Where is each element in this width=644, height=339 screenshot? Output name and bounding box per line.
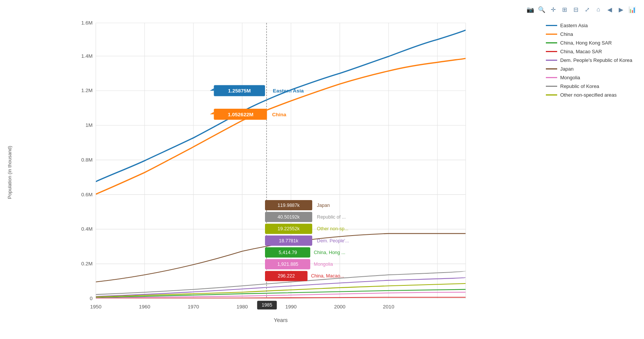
china-tooltip: 1.052622M China bbox=[210, 109, 287, 120]
svg-text:Republic of ...: Republic of ... bbox=[317, 214, 346, 220]
svg-marker-36 bbox=[210, 88, 214, 91]
legend-item-other: Other non-specified areas bbox=[546, 92, 636, 98]
mongolia-legend-line bbox=[546, 77, 557, 78]
eastern-asia-line bbox=[96, 30, 466, 182]
legend-item-macao: China, Macao SAR bbox=[546, 49, 636, 54]
svg-marker-40 bbox=[210, 112, 214, 114]
minus-box-icon[interactable]: ⊟ bbox=[572, 5, 580, 14]
svg-text:China, Macao...: China, Macao... bbox=[311, 273, 344, 279]
bar-chart-icon[interactable]: 📊 bbox=[628, 5, 636, 14]
home-icon[interactable]: ⌂ bbox=[594, 5, 602, 14]
japan-legend-label: Japan bbox=[560, 66, 573, 72]
other-legend-line bbox=[546, 94, 557, 96]
prev-icon[interactable]: ◀ bbox=[605, 5, 614, 14]
svg-text:1980: 1980 bbox=[236, 304, 248, 310]
svg-text:119.9887k: 119.9887k bbox=[277, 203, 300, 208]
japan-legend-line bbox=[546, 68, 557, 69]
legend: Eastern Asia China China, Hong Kong SAR … bbox=[542, 15, 640, 330]
svg-text:2000: 2000 bbox=[334, 304, 345, 310]
dprk-legend-line bbox=[546, 60, 557, 61]
svg-text:Dem. People'...: Dem. People'... bbox=[317, 238, 349, 243]
svg-text:1990: 1990 bbox=[285, 304, 297, 310]
svg-text:1,921.885: 1,921.885 bbox=[277, 262, 299, 267]
japan-tooltip: 119.9887k Japan bbox=[265, 200, 330, 210]
svg-text:5,414.79: 5,414.79 bbox=[279, 250, 297, 255]
rok-legend-label: Republic of Korea bbox=[560, 83, 599, 89]
hk-legend-label: China, Hong Kong SAR bbox=[560, 40, 612, 46]
zoom-icon[interactable]: 🔍 bbox=[538, 5, 546, 14]
y-axis-label: Population (in thousand) bbox=[4, 15, 15, 330]
svg-text:1.2M: 1.2M bbox=[81, 88, 92, 93]
svg-text:1960: 1960 bbox=[139, 304, 150, 310]
macao-tooltip: 296.222 China, Macao... bbox=[265, 271, 344, 281]
app-container: 📷 🔍 ✛ ⊞ ⊟ ⤢ ⌂ ◀ ▶ 📊 Population (in thous… bbox=[0, 0, 644, 339]
svg-text:296.222: 296.222 bbox=[278, 273, 295, 279]
svg-text:1M: 1M bbox=[86, 122, 93, 128]
svg-text:1950: 1950 bbox=[90, 304, 102, 310]
svg-text:China: China bbox=[272, 112, 287, 117]
mongolia-tooltip: 1,921.885 Mongolia bbox=[265, 259, 333, 269]
next-icon[interactable]: ▶ bbox=[617, 5, 625, 14]
svg-text:2010: 2010 bbox=[383, 304, 394, 310]
legend-item-japan: Japan bbox=[546, 66, 636, 72]
svg-text:Japan: Japan bbox=[317, 203, 330, 208]
chart-wrapper: Population (in thousand) bbox=[4, 15, 640, 330]
svg-text:18.7781k: 18.7781k bbox=[279, 238, 299, 243]
svg-text:Mongolia: Mongolia bbox=[314, 262, 333, 267]
china-legend-label: China bbox=[560, 31, 573, 37]
macao-legend-line bbox=[546, 51, 557, 52]
eastern-asia-legend-label: Eastern Asia bbox=[560, 23, 588, 28]
other-tooltip: 19.22552k Other non-sp... bbox=[265, 224, 348, 234]
chart-content: 0 0.2M 0.4M 0.6M 0.8M 1M 1.2M 1.4M 1.6M … bbox=[15, 15, 542, 330]
svg-text:0.6M: 0.6M bbox=[81, 192, 92, 197]
crosshair-icon[interactable]: ✛ bbox=[549, 5, 557, 14]
china-line bbox=[96, 59, 466, 194]
svg-text:1.052622M: 1.052622M bbox=[228, 112, 253, 117]
other-legend-label: Other non-specified areas bbox=[560, 92, 617, 98]
legend-item-mongolia: Mongolia bbox=[546, 75, 636, 80]
mongolia-legend-label: Mongolia bbox=[560, 75, 580, 80]
svg-text:Other non-sp...: Other non-sp... bbox=[317, 226, 348, 231]
svg-text:0.2M: 0.2M bbox=[81, 261, 92, 267]
china-legend-line bbox=[546, 34, 557, 35]
svg-text:1.25875M: 1.25875M bbox=[228, 88, 251, 94]
dprk-legend-label: Dem. People's Republic of Korea bbox=[560, 57, 632, 63]
svg-text:40.50192k: 40.50192k bbox=[277, 214, 300, 220]
svg-text:Eastern Asia: Eastern Asia bbox=[273, 88, 304, 94]
chart-area: 📷 🔍 ✛ ⊞ ⊟ ⤢ ⌂ ◀ ▶ 📊 Population (in thous… bbox=[4, 4, 640, 335]
svg-text:0.4M: 0.4M bbox=[81, 226, 92, 232]
svg-text:1985: 1985 bbox=[262, 302, 272, 308]
svg-text:China, Hong ...: China, Hong ... bbox=[314, 250, 345, 255]
rok-tooltip: 40.50192k Republic of ... bbox=[265, 212, 346, 222]
legend-item-dprk: Dem. People's Republic of Korea bbox=[546, 57, 636, 63]
eastern-asia-tooltip: 1.25875M Eastern Asia bbox=[210, 85, 304, 96]
macao-legend-label: China, Macao SAR bbox=[560, 49, 602, 54]
eastern-asia-legend-line bbox=[546, 25, 557, 26]
fit-icon[interactable]: ⤢ bbox=[583, 5, 591, 14]
main-chart: 0 0.2M 0.4M 0.6M 0.8M 1M 1.2M 1.4M 1.6M … bbox=[15, 15, 542, 330]
svg-text:0: 0 bbox=[90, 296, 93, 301]
svg-text:1.6M: 1.6M bbox=[81, 20, 92, 26]
svg-text:0.8M: 0.8M bbox=[81, 157, 92, 163]
hk-legend-line bbox=[546, 42, 557, 43]
camera-icon[interactable]: 📷 bbox=[526, 5, 535, 14]
year-tooltip: 1985 bbox=[257, 301, 277, 310]
rok-legend-line bbox=[546, 86, 557, 87]
hk-tooltip: 5,414.79 China, Hong ... bbox=[265, 247, 345, 257]
legend-item-hk: China, Hong Kong SAR bbox=[546, 40, 636, 46]
legend-item-china: China bbox=[546, 31, 636, 37]
svg-text:1970: 1970 bbox=[188, 304, 199, 310]
toolbar: 📷 🔍 ✛ ⊞ ⊟ ⤢ ⌂ ◀ ▶ 📊 bbox=[4, 4, 640, 15]
svg-text:1.4M: 1.4M bbox=[81, 53, 92, 59]
plus-box-icon[interactable]: ⊞ bbox=[560, 5, 569, 14]
legend-item-rok: Republic of Korea bbox=[546, 83, 636, 89]
svg-text:19.22552k: 19.22552k bbox=[277, 226, 300, 231]
legend-item-eastern-asia: Eastern Asia bbox=[546, 23, 636, 28]
x-axis-label: Years bbox=[274, 317, 288, 323]
